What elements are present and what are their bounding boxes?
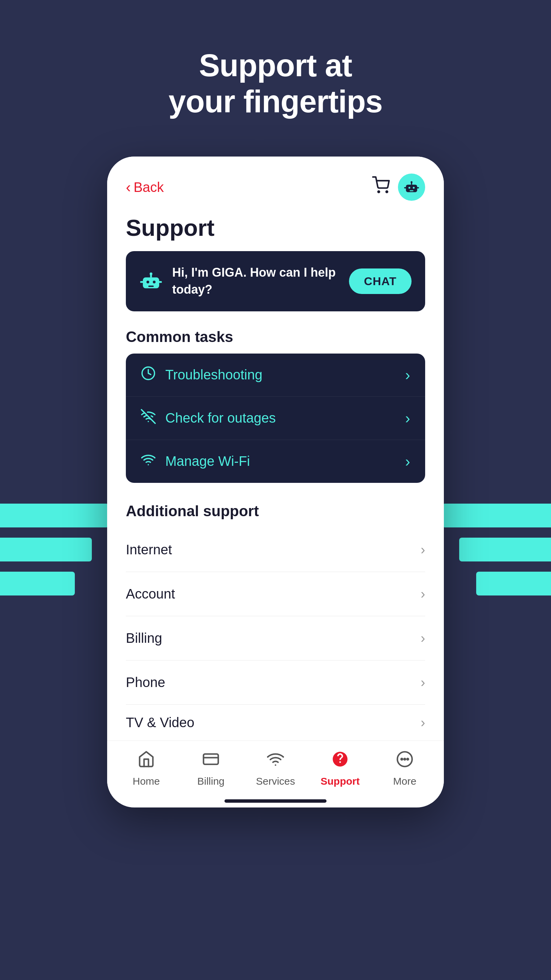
support-chevron-billing: › [421,630,425,646]
svg-rect-5 [410,190,414,191]
common-tasks-title: Common tasks [107,325,444,353]
more-nav-icon [396,750,414,772]
phone-mockup: ‹ Back [107,156,444,808]
additional-support-list: Internet › Account › Billing › Phone › [107,528,444,705]
task-item-wifi[interactable]: Manage Wi-Fi › [126,440,425,483]
task-left-troubleshooting: Troubleshooting [141,366,262,384]
svg-point-7 [411,181,413,183]
nav-item-billing[interactable]: Billing [179,750,243,787]
task-left-wifi: Manage Wi-Fi [141,452,250,471]
task-item-troubleshooting[interactable]: Troubleshooting › [126,353,425,397]
svg-rect-13 [148,286,154,287]
cyan-stripe-decoration-left1 [0,504,109,527]
nav-item-more[interactable]: More [372,750,437,787]
svg-point-4 [413,187,415,189]
task-chevron-wifi: › [405,453,410,470]
nav-label-more: More [393,775,416,787]
svg-point-3 [408,187,411,189]
support-label-billing: Billing [126,630,162,646]
support-label-internet: Internet [126,542,172,557]
cyan-stripe-decoration-right3 [476,572,551,595]
home-indicator [224,799,327,803]
nav-item-services[interactable]: Services [243,750,308,787]
support-label-phone: Phone [126,675,165,690]
robot-avatar-icon[interactable] [398,173,425,201]
cyan-stripe-decoration-left2 [0,538,92,562]
svg-point-26 [401,759,402,760]
cyan-stripe-decoration-right2 [459,538,551,562]
chat-button[interactable]: CHAT [349,269,411,294]
cyan-stripe-decoration-left3 [0,572,75,595]
home-nav-icon [137,750,155,772]
cyan-stripe-decoration-right1 [442,504,551,527]
support-label-tv: TV & Video [126,715,195,730]
nav-label-billing: Billing [197,775,224,787]
common-tasks-card: Troubleshooting › Check f [126,353,425,483]
support-chevron-tv: › [421,715,425,730]
cart-icon[interactable] [372,176,390,198]
support-item-tv-partial[interactable]: TV & Video › [107,705,444,733]
wifi-icon [141,452,156,471]
back-chevron-icon: ‹ [126,179,131,196]
nav-item-support[interactable]: Support [308,750,372,787]
support-nav-icon [331,750,349,772]
task-chevron-outages: › [405,410,410,427]
svg-point-27 [404,759,405,760]
svg-point-15 [150,272,152,275]
troubleshooting-icon [141,366,156,384]
task-item-outages[interactable]: Check for outages › [126,397,425,440]
support-chevron-internet: › [421,542,425,557]
svg-point-0 [378,191,379,192]
giga-message: Hi, I'm GIGA. How can I help today? [172,264,349,298]
header-icons [372,173,425,201]
services-nav-icon [267,750,284,772]
support-label-account: Account [126,586,175,601]
svg-point-28 [407,759,408,760]
outages-icon [141,409,156,427]
support-chevron-phone: › [421,675,425,690]
task-label-outages: Check for outages [165,410,276,426]
page-headline: Support at your fingertips [168,48,382,120]
support-item-account[interactable]: Account › [126,572,425,616]
task-label-wifi: Manage Wi-Fi [165,453,250,469]
additional-support-title: Additional support [107,499,444,528]
giga-banner: Hi, I'm GIGA. How can I help today? CHAT [126,251,425,311]
giga-robot-icon [140,267,163,295]
support-item-internet[interactable]: Internet › [126,528,425,572]
svg-point-12 [153,281,156,283]
phone-header: ‹ Back [107,156,444,211]
back-button[interactable]: ‹ Back [126,179,164,196]
task-label-troubleshooting: Troubleshooting [165,367,262,382]
task-left-outages: Check for outages [141,409,276,427]
support-page-title: Support [107,211,444,251]
support-chevron-account: › [421,586,425,601]
nav-label-support: Support [321,775,360,787]
task-chevron-troubleshooting: › [405,366,410,383]
giga-banner-left: Hi, I'm GIGA. How can I help today? [140,264,349,298]
nav-label-home: Home [133,775,160,787]
svg-rect-22 [203,754,218,764]
svg-point-1 [386,191,387,192]
bottom-nav: Home Billing Services [107,740,444,794]
back-label: Back [134,180,164,195]
support-item-phone[interactable]: Phone › [126,660,425,705]
nav-label-services: Services [256,775,295,787]
nav-item-home[interactable]: Home [114,750,179,787]
billing-nav-icon [202,750,220,772]
svg-point-11 [147,281,149,283]
support-item-billing[interactable]: Billing › [126,616,425,660]
